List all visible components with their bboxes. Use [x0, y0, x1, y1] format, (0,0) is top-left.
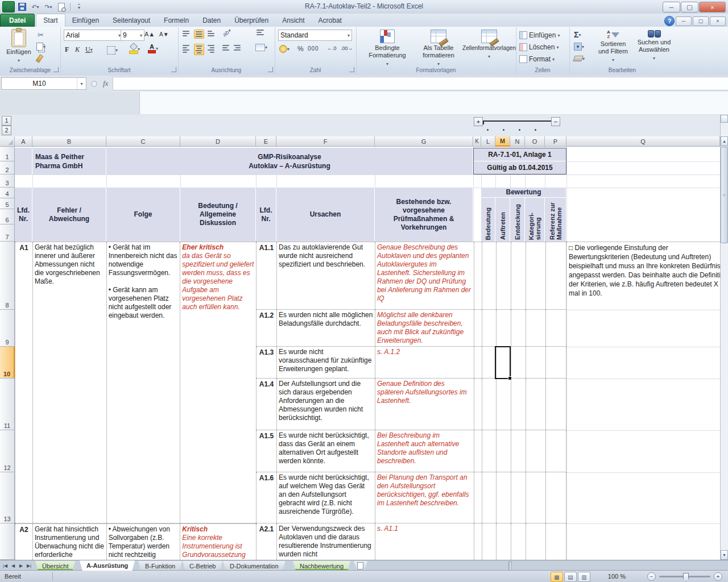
note-cell[interactable]: □ Die vorliegende Einstufung der Bewertu… — [566, 242, 720, 299]
fill-color-button[interactable]: ▾ — [130, 44, 140, 54]
cell-rating[interactable] — [474, 523, 482, 560]
cell-rating[interactable] — [474, 379, 482, 430]
header-rating-bedeutung[interactable]: Bedeutung — [481, 198, 495, 242]
column-header-m[interactable]: M — [495, 136, 510, 147]
maximize-button[interactable]: ▢ — [681, 2, 698, 13]
sheet-tab-uebersicht[interactable]: Übersicht — [35, 561, 75, 571]
cell-bedeutung[interactable]: Eher kritisch da das Gerät so spezifizie… — [180, 242, 256, 523]
cell-error-id[interactable]: A1 — [15, 242, 33, 523]
row-header-7[interactable]: 7 — [0, 225, 15, 242]
cell-rating[interactable] — [474, 347, 482, 378]
cell-massnahme[interactable]: Bei Planung den Transport an den Aufstel… — [375, 472, 474, 523]
row-header-13[interactable]: 13 — [0, 472, 15, 523]
minimize-button[interactable]: ─ — [663, 2, 680, 13]
delete-cells-button[interactable]: Löschen▾ — [519, 43, 559, 51]
row-header-5[interactable]: 5 — [0, 198, 15, 209]
header-rating-entdeckung[interactable]: Entdeckung — [510, 198, 525, 242]
tab-start[interactable]: Start — [36, 14, 65, 27]
row-header-8[interactable]: 8 — [0, 242, 15, 310]
tab-seitenlayout[interactable]: Seitenlayout — [106, 14, 157, 27]
workbook-restore-button[interactable]: ▢ — [693, 16, 709, 26]
column-header-o[interactable]: O — [525, 136, 545, 147]
sheet-tab-c-betrieb[interactable]: C-Betrieb — [183, 561, 222, 571]
row-header-12[interactable]: 12 — [0, 430, 15, 472]
cell-massnahme[interactable]: Bei Beschreibung im Lastenheft auch alte… — [375, 430, 474, 472]
vertical-scroll-thumb[interactable]: ≡ — [721, 147, 728, 243]
cell-rating[interactable] — [511, 379, 526, 430]
cell-folge[interactable]: • Abweichungen von Sollvorgaben (z.B. Te… — [107, 524, 181, 560]
cell-rating[interactable] — [496, 242, 511, 309]
tab-split-handle[interactable] — [508, 562, 512, 571]
number-dialog-launcher[interactable] — [349, 67, 354, 72]
cell-massnahme[interactable]: s. A.1.2 — [375, 347, 474, 378]
cell-cause-id[interactable]: A1.2 — [257, 310, 277, 346]
row-header-14[interactable] — [0, 523, 15, 560]
alignment-dialog-launcher[interactable] — [268, 67, 273, 72]
scroll-down-button[interactable]: ▼ — [721, 550, 728, 560]
font-size-combo[interactable]: 9▾ — [121, 30, 144, 41]
cell-rating[interactable] — [545, 523, 566, 560]
cell-rating[interactable] — [526, 242, 545, 309]
cell-rating[interactable] — [482, 347, 496, 378]
cell-rating[interactable] — [526, 310, 545, 346]
cell-massnahme[interactable]: Genaue Beschreibung des Autoklaven und d… — [375, 242, 474, 309]
zoom-in-button[interactable]: + — [714, 572, 722, 581]
tab-formeln[interactable]: Formeln — [157, 14, 196, 27]
wrap-text-button[interactable] — [257, 30, 264, 35]
font-color-button[interactable]: A▾ — [148, 44, 158, 53]
insert-worksheet-tab[interactable] — [354, 561, 367, 571]
underline-button[interactable]: U▾ — [85, 45, 93, 54]
tab-datei[interactable]: Datei — [0, 14, 35, 27]
cell-rating[interactable] — [482, 379, 496, 430]
zoom-slider-track[interactable] — [659, 576, 710, 577]
cell-styles-button[interactable]: Zellenformatvorlagen ▾ — [464, 30, 514, 60]
cell-rating[interactable] — [511, 430, 526, 472]
cell-rating[interactable] — [474, 430, 482, 472]
cell-fehler[interactable]: Gerät hat hinsichtlich Instrumentierung … — [33, 524, 107, 560]
zoom-out-button[interactable]: − — [647, 572, 656, 581]
number-format-combo[interactable]: Standard▾ — [278, 30, 352, 41]
zoom-slider-thumb[interactable] — [683, 573, 689, 581]
cell-rating[interactable] — [474, 242, 482, 309]
company-cell[interactable]: Maas & Peither Pharma GmbH — [32, 148, 106, 174]
cell-massnahme[interactable]: Genaue Definition des späteren Aufstellu… — [375, 379, 474, 430]
outline-expand-button[interactable]: + — [474, 117, 483, 126]
tab-daten[interactable]: Daten — [196, 14, 228, 27]
find-select-button[interactable]: Suchen und Auswählen ▾ — [634, 30, 674, 62]
row-header-10[interactable]: 10 — [0, 347, 15, 379]
cell-rating[interactable] — [526, 379, 545, 430]
cell-rating[interactable] — [482, 430, 496, 472]
cell-ursache[interactable]: Es wurde nicht vorausschauend für zukünf… — [277, 347, 375, 378]
name-box[interactable]: M10 ▾ — [1, 77, 86, 90]
align-center-button[interactable] — [194, 44, 204, 55]
cell-rating[interactable] — [545, 379, 566, 430]
align-right-button[interactable] — [208, 45, 214, 53]
cell-massnahme[interactable]: s. A1.1 — [375, 523, 474, 560]
borders-button[interactable]: ▾ — [107, 46, 118, 55]
cell-rating[interactable] — [496, 430, 511, 472]
header-lfd-nr-2[interactable]: Lfd. Nr. — [256, 188, 276, 242]
header-rating-referenz[interactable]: Referenz zur Maßnahme — [545, 198, 566, 242]
cell-rating[interactable] — [496, 472, 511, 523]
column-header-b[interactable]: B — [32, 136, 106, 147]
autosum-button[interactable]: Σ▾ — [574, 31, 581, 39]
font-name-combo[interactable]: Arial▾ — [64, 30, 123, 41]
fill-button[interactable]: ▼▾ — [574, 43, 584, 51]
fill-handle[interactable] — [508, 376, 512, 380]
format-cells-button[interactable]: Format▾ — [519, 55, 555, 63]
cell-rating[interactable] — [545, 430, 566, 472]
clipboard-dialog-launcher[interactable] — [53, 67, 59, 72]
scroll-up-button[interactable]: ▲ — [721, 136, 728, 146]
scrollbar-split-handle[interactable] — [721, 115, 728, 123]
column-header-d[interactable]: D — [180, 136, 256, 147]
increase-indent-button[interactable] — [234, 45, 241, 51]
cell-rating[interactable] — [511, 242, 526, 309]
doc-valid-cell[interactable]: Gültig ab 01.04.2015 — [474, 161, 566, 174]
row-header-6[interactable]: 6 — [0, 209, 15, 225]
column-header-c[interactable]: C — [106, 136, 180, 147]
cell-rating[interactable] — [496, 379, 511, 430]
cell-rating[interactable] — [482, 310, 496, 346]
outline-level-2-button[interactable]: 2 — [2, 126, 11, 135]
help-button[interactable]: ? — [664, 16, 675, 26]
zoom-level[interactable]: 100 % — [608, 573, 626, 580]
